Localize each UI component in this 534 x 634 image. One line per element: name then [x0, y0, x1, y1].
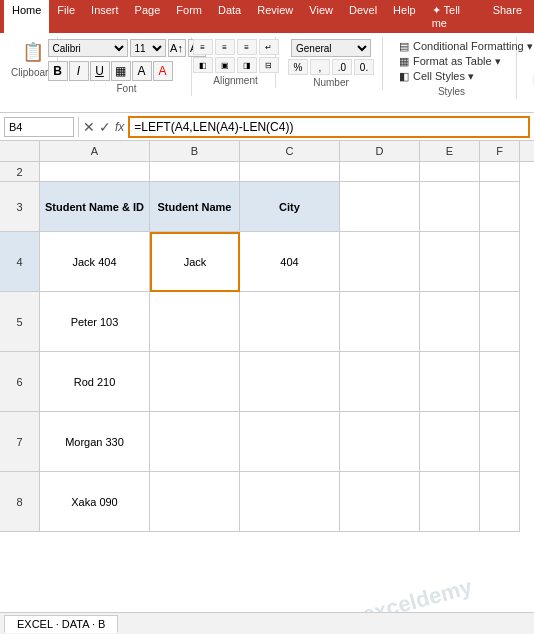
cell-b2[interactable] — [150, 162, 240, 182]
cell-f7[interactable] — [480, 412, 520, 472]
sheet-tab-active[interactable]: EXCEL · DATA · B — [4, 615, 118, 633]
cell-f4[interactable] — [480, 232, 520, 292]
confirm-formula-icon[interactable]: ✓ — [99, 119, 111, 135]
cell-a3[interactable]: Student Name & ID — [40, 182, 150, 232]
align-right-button[interactable]: ◨ — [237, 57, 257, 73]
tab-form[interactable]: Form — [168, 0, 210, 33]
tab-help[interactable]: Help — [385, 0, 424, 33]
cell-b7[interactable] — [150, 412, 240, 472]
merge-button[interactable]: ⊟ — [259, 57, 279, 73]
align-top-center-button[interactable]: ≡ — [215, 39, 235, 55]
row-num-6[interactable]: 6 — [0, 352, 40, 412]
percent-button[interactable]: % — [288, 59, 308, 75]
align-left-button[interactable]: ◧ — [193, 57, 213, 73]
delete-button[interactable]: Delete ▾ — [531, 56, 534, 71]
bold-button[interactable]: B — [48, 61, 68, 81]
cell-a4[interactable]: Jack 404 — [40, 232, 150, 292]
cell-e2[interactable] — [420, 162, 480, 182]
underline-button[interactable]: U — [90, 61, 110, 81]
cell-reference-input[interactable] — [4, 117, 74, 137]
cell-c4[interactable]: 404 — [240, 232, 340, 292]
cell-d8[interactable] — [340, 472, 420, 532]
conditional-formatting-button[interactable]: ▤ Conditional Formatting ▾ — [395, 39, 508, 54]
tab-share[interactable]: Share — [485, 0, 530, 33]
cell-e3[interactable] — [420, 182, 480, 232]
row-num-7[interactable]: 7 — [0, 412, 40, 472]
tab-home[interactable]: Home — [4, 0, 49, 33]
cell-d5[interactable] — [340, 292, 420, 352]
format-button[interactable]: Format ▾ — [529, 73, 534, 88]
col-header-e[interactable]: E — [420, 141, 480, 161]
tab-file[interactable]: File — [49, 0, 83, 33]
italic-button[interactable]: I — [69, 61, 89, 81]
increase-decimal-button[interactable]: .0 — [332, 59, 352, 75]
cell-e7[interactable] — [420, 412, 480, 472]
align-center-button[interactable]: ▣ — [215, 57, 235, 73]
cell-a8[interactable]: Xaka 090 — [40, 472, 150, 532]
cell-d3[interactable] — [340, 182, 420, 232]
cell-b5[interactable] — [150, 292, 240, 352]
row-num-2[interactable]: 2 — [0, 162, 40, 182]
cell-a6[interactable]: Rod 210 — [40, 352, 150, 412]
cell-b6[interactable] — [150, 352, 240, 412]
cell-e6[interactable] — [420, 352, 480, 412]
col-header-b[interactable]: B — [150, 141, 240, 161]
fill-color-button[interactable]: A — [132, 61, 152, 81]
cell-b3[interactable]: Student Name — [150, 182, 240, 232]
cell-b8[interactable] — [150, 472, 240, 532]
col-header-a[interactable]: A — [40, 141, 150, 161]
cell-d7[interactable] — [340, 412, 420, 472]
cancel-formula-icon[interactable]: ✕ — [83, 119, 95, 135]
cell-c3[interactable]: City — [240, 182, 340, 232]
cell-e4[interactable] — [420, 232, 480, 292]
row-num-5[interactable]: 5 — [0, 292, 40, 352]
cell-styles-button[interactable]: ◧ Cell Styles ▾ — [395, 69, 508, 84]
row-num-3[interactable]: 3 — [0, 182, 40, 232]
tab-page[interactable]: Page — [127, 0, 169, 33]
cell-f3[interactable] — [480, 182, 520, 232]
font-name-select[interactable]: Calibri — [48, 39, 128, 57]
increase-font-button[interactable]: A↑ — [168, 39, 186, 57]
row-num-4[interactable]: 4 — [0, 232, 40, 292]
border-button[interactable]: ▦ — [111, 61, 131, 81]
insert-function-icon[interactable]: fx — [115, 120, 124, 134]
tab-review[interactable]: Review — [249, 0, 301, 33]
cell-b4[interactable]: Jack — [150, 232, 240, 292]
cell-d6[interactable] — [340, 352, 420, 412]
clipboard-icon[interactable]: 📋 — [20, 39, 46, 65]
cell-f2[interactable] — [480, 162, 520, 182]
cell-f5[interactable] — [480, 292, 520, 352]
cell-d2[interactable] — [340, 162, 420, 182]
tab-tellme[interactable]: ✦ Tell me — [424, 0, 485, 33]
font-size-select[interactable]: 11 — [130, 39, 166, 57]
cell-e5[interactable] — [420, 292, 480, 352]
cell-c8[interactable] — [240, 472, 340, 532]
comma-button[interactable]: , — [310, 59, 330, 75]
col-header-f[interactable]: F — [480, 141, 520, 161]
wrap-text-button[interactable]: ↵ — [259, 39, 279, 55]
col-header-c[interactable]: C — [240, 141, 340, 161]
decrease-decimal-button[interactable]: 0. — [354, 59, 374, 75]
align-top-right-button[interactable]: ≡ — [237, 39, 257, 55]
tab-view[interactable]: View — [301, 0, 341, 33]
number-format-select[interactable]: General Number Currency Percentage — [291, 39, 371, 57]
cell-e8[interactable] — [420, 472, 480, 532]
tab-insert[interactable]: Insert — [83, 0, 127, 33]
col-header-d[interactable]: D — [340, 141, 420, 161]
align-top-left-button[interactable]: ≡ — [193, 39, 213, 55]
cell-d4[interactable] — [340, 232, 420, 292]
tab-devel[interactable]: Devel — [341, 0, 385, 33]
tab-data[interactable]: Data — [210, 0, 249, 33]
select-all-corner[interactable] — [0, 141, 40, 161]
cell-a2[interactable] — [40, 162, 150, 182]
cell-c7[interactable] — [240, 412, 340, 472]
cell-a7[interactable]: Morgan 330 — [40, 412, 150, 472]
row-num-8[interactable]: 8 — [0, 472, 40, 532]
formula-input[interactable] — [134, 120, 524, 134]
format-as-table-button[interactable]: ▦ Format as Table ▾ — [395, 54, 508, 69]
cell-f6[interactable] — [480, 352, 520, 412]
cell-c6[interactable] — [240, 352, 340, 412]
font-color-button[interactable]: A — [153, 61, 173, 81]
cell-a5[interactable]: Peter 103 — [40, 292, 150, 352]
cell-c2[interactable] — [240, 162, 340, 182]
